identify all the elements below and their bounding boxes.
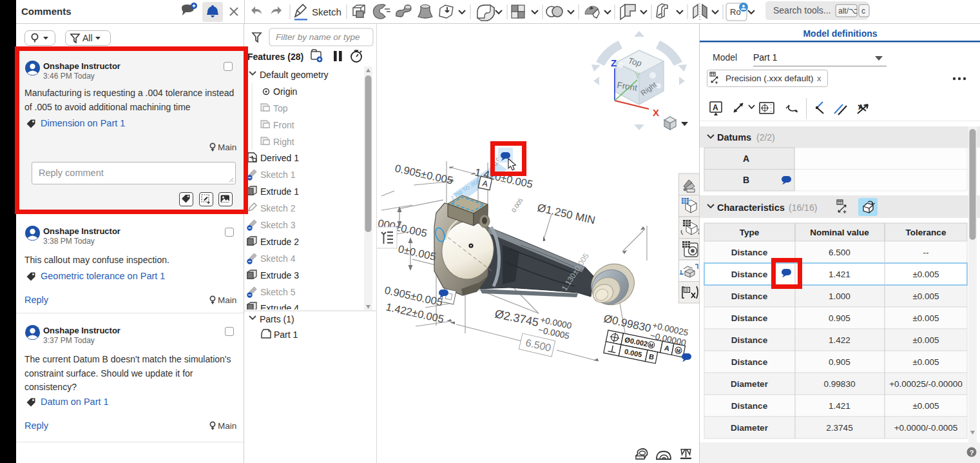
svg-text:Distance: Distance <box>731 357 768 367</box>
svg-text:Diameter: Diameter <box>731 423 769 433</box>
svg-text:±0.005: ±0.005 <box>912 357 939 367</box>
svg-text:0.905±0.005: 0.905±0.005 <box>394 162 454 186</box>
svg-text:Parts (1): Parts (1) <box>260 314 294 324</box>
svg-text:1.422: 1.422 <box>829 335 850 345</box>
svg-text:Comments: Comments <box>21 6 72 17</box>
svg-text:A: A <box>713 103 718 112</box>
svg-text:A: A <box>743 153 749 164</box>
svg-text:All: All <box>82 33 93 43</box>
svg-text:Nominal value: Nominal value <box>810 228 869 237</box>
svg-text:±0.005: ±0.005 <box>912 335 939 345</box>
svg-text:0.99830: 0.99830 <box>824 379 856 389</box>
svg-text:Default geometry: Default geometry <box>260 70 329 80</box>
svg-text:Distance: Distance <box>731 401 768 411</box>
svg-text:Sketch: Sketch <box>312 6 341 17</box>
svg-text:?: ? <box>970 449 974 457</box>
svg-text:6.500: 6.500 <box>829 248 850 257</box>
svg-text:2.3745: 2.3745 <box>826 423 852 433</box>
svg-text:alt/⌥: alt/⌥ <box>838 6 858 15</box>
svg-text:Precision (.xxx default): Precision (.xxx default) <box>725 74 814 83</box>
svg-text:1.421: 1.421 <box>829 270 850 279</box>
svg-text:Model definitions: Model definitions <box>803 28 877 39</box>
svg-text:Characteristics: Characteristics <box>717 202 785 213</box>
svg-text:Sketch 4: Sketch 4 <box>260 253 296 264</box>
svg-text:±0.005: ±0.005 <box>912 401 939 411</box>
svg-text:Model: Model <box>713 52 737 63</box>
svg-text:+0.0000/-0.0005: +0.0000/-0.0005 <box>894 423 958 433</box>
svg-text:(16/16): (16/16) <box>789 202 817 213</box>
svg-text:Distance: Distance <box>731 270 768 279</box>
svg-text:Distance: Distance <box>731 335 768 345</box>
svg-text:Filter by name or type: Filter by name or type <box>276 32 360 42</box>
svg-text:(2/2): (2/2) <box>756 132 775 143</box>
svg-text:c: c <box>861 6 865 15</box>
svg-text:Extrude 1: Extrude 1 <box>260 186 299 197</box>
svg-text:X: X <box>653 107 659 118</box>
svg-text:Z: Z <box>611 57 617 68</box>
svg-text:Ø1.250 MIN: Ø1.250 MIN <box>536 201 597 226</box>
svg-text:0.905: 0.905 <box>829 357 850 367</box>
svg-text:Tolerance: Tolerance <box>906 228 946 237</box>
svg-text:Origin: Origin <box>273 86 297 97</box>
svg-text:Datums: Datums <box>717 132 751 143</box>
svg-text:Right: Right <box>273 137 294 147</box>
svg-text:Type: Type <box>740 228 760 237</box>
svg-text:Sketch 1: Sketch 1 <box>260 170 296 180</box>
svg-text:Part 1: Part 1 <box>753 52 778 63</box>
svg-text:Search tools...: Search tools... <box>773 5 831 15</box>
svg-text:Sketch 2: Sketch 2 <box>260 203 296 213</box>
svg-text:1.421: 1.421 <box>829 401 850 411</box>
svg-text:Sketch 3: Sketch 3 <box>260 220 296 230</box>
svg-text:A: A <box>858 103 863 111</box>
svg-text:Ro: Ro <box>730 7 741 17</box>
svg-text:Derived 1: Derived 1 <box>260 153 299 163</box>
svg-text:Sketch 5: Sketch 5 <box>260 287 296 297</box>
svg-text:Distance: Distance <box>731 313 768 323</box>
svg-text:x: x <box>817 74 821 83</box>
svg-text:0.905: 0.905 <box>829 313 850 323</box>
svg-text:Part 1: Part 1 <box>274 330 298 340</box>
svg-text:±0.005: ±0.005 <box>912 291 939 301</box>
svg-text:Distance: Distance <box>731 248 768 257</box>
svg-text:Extrude 2: Extrude 2 <box>260 237 299 247</box>
svg-text:0±0.005: 0±0.005 <box>397 242 437 262</box>
svg-text:Ø2.3745: Ø2.3745 <box>494 307 540 329</box>
svg-text:B: B <box>743 175 749 185</box>
svg-text:Distance: Distance <box>731 291 768 301</box>
svg-text:±0.005: ±0.005 <box>912 313 939 323</box>
svg-text:±0.005: ±0.005 <box>912 270 939 279</box>
svg-text:Features (28): Features (28) <box>247 52 303 62</box>
svg-text:--: -- <box>923 248 929 257</box>
svg-text:Front: Front <box>273 120 294 130</box>
svg-text:Y: Y <box>635 71 640 81</box>
svg-text:Extrude 3: Extrude 3 <box>260 270 299 281</box>
svg-text:Diameter: Diameter <box>731 379 769 389</box>
svg-text:0.005: 0.005 <box>510 197 524 213</box>
svg-text:+0.00025/-0.00000: +0.00025/-0.00000 <box>889 379 963 389</box>
svg-text:Top: Top <box>273 103 288 113</box>
svg-text:1.000: 1.000 <box>829 291 850 301</box>
